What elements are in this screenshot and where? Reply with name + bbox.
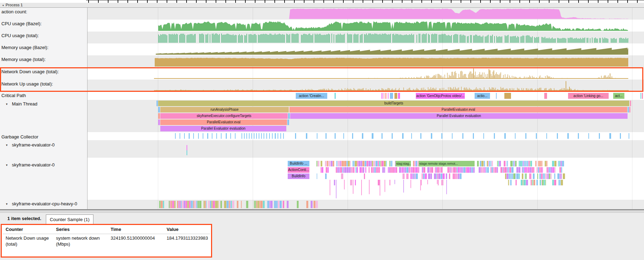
cpu-heavy-expander-icon[interactable]: ▾: [6, 201, 8, 207]
flame-slice[interactable]: [629, 107, 630, 112]
critical-path-slice[interactable]: [385, 93, 386, 99]
critical-path-slice[interactable]: [504, 93, 511, 99]
track-label-mem-bazel: Memory usage (Bazel):: [1, 45, 48, 50]
flame-slice[interactable]: ParallelEvaluator.eval: [160, 119, 287, 125]
flame-slice[interactable]: runAnalysisPhase: [160, 107, 289, 112]
flame-slice[interactable]: [156, 101, 158, 106]
flame-slice[interactable]: skyframeExecutor.configureTargets: [160, 113, 288, 119]
flame-slice[interactable]: [158, 107, 160, 112]
flame-slice[interactable]: Parallel Evaluator evaluation: [290, 113, 628, 119]
counter-table-highlight-box: [1, 224, 212, 258]
flame-slice[interactable]: ParallelEvaluator.eval: [289, 107, 627, 112]
track-label-column: action count: CPU usage (Bazel): CPU usa…: [0, 8, 88, 209]
track-label-skyframe-evaluator-1[interactable]: skyframe-evaluator-0: [12, 142, 55, 148]
skyframe-slice[interactable]: BuildInfo ...: [288, 161, 309, 166]
trace-viewer-window: ▾Process 1 action 'Creatin...action 'Gen…: [0, 0, 644, 260]
skyframe-merged-slices[interactable]: stag:stag...: [396, 161, 411, 166]
critical-path-slice[interactable]: action 'Linking go...: [568, 93, 609, 99]
critical-path-slice[interactable]: [544, 93, 547, 99]
critical-path-slice[interactable]: [496, 93, 497, 99]
main-thread-expander-icon[interactable]: ▾: [6, 101, 8, 107]
tab-counter-sample[interactable]: Counter Sample (1): [46, 214, 93, 225]
critical-path-slice[interactable]: [394, 93, 397, 99]
critical-path-slice[interactable]: actio...: [475, 93, 490, 99]
skyframe2-expander-icon[interactable]: ▾: [6, 162, 8, 168]
critical-path-slice[interactable]: act...: [613, 93, 624, 99]
critical-path-slice[interactable]: [640, 93, 641, 99]
critical-path-slice[interactable]: [382, 93, 383, 99]
selection-status: 1 item selected.: [7, 213, 41, 225]
flame-slice[interactable]: [628, 107, 629, 112]
track-label-main-thread[interactable]: Main Thread: [12, 101, 37, 107]
critical-path-slice[interactable]: [335, 93, 336, 99]
skyframe1-expander-icon[interactable]: ▾: [6, 142, 8, 148]
flame-slice[interactable]: Parallel Evaluator evaluation: [160, 126, 286, 131]
critical-path-slice[interactable]: [642, 93, 643, 99]
critical-path-slice[interactable]: action 'GenObjcProtos video/...: [416, 93, 465, 99]
flame-slice[interactable]: buildTargets: [158, 101, 629, 106]
critical-path-slice[interactable]: [398, 93, 400, 99]
skyframe-merged-slices[interactable]: stage remote stage.remot...: [419, 161, 475, 166]
flame-slice[interactable]: [630, 101, 631, 106]
skyframe-slice[interactable]: BuildInfo: [288, 173, 309, 179]
flame-slice[interactable]: [158, 113, 160, 119]
track-label-skyframe-evaluator-2[interactable]: skyframe-evaluator-0: [12, 162, 55, 168]
critical-path-slice[interactable]: action 'Creatin...: [296, 93, 327, 99]
track-label-mem-total: Memory usage (total):: [1, 57, 46, 62]
critical-path-slice[interactable]: [384, 93, 384, 99]
track-label-action-count: action count:: [1, 9, 27, 15]
track-label-gc: Garbage Collector: [1, 134, 38, 140]
trace-slices-layer: action 'Creatin...action 'GenObjcProtos …: [0, 0, 644, 209]
flame-slice[interactable]: [158, 119, 160, 125]
critical-path-slice[interactable]: [388, 93, 388, 99]
panel-splitter[interactable]: [0, 209, 644, 213]
critical-path-slice[interactable]: [390, 93, 393, 99]
skyframe-slice[interactable]: ActionConti...: [288, 167, 309, 173]
track-label-cpu-total: CPU usage (total):: [1, 33, 39, 39]
track-label-critical-path: Critical Path: [1, 93, 26, 98]
flame-slice[interactable]: [288, 113, 290, 119]
track-label-cpu-heavy[interactable]: skyframe-evaluator-cpu-heavy-0: [12, 201, 77, 207]
flame-slice[interactable]: [287, 119, 289, 125]
track-label-cpu-bazel: CPU usage (Bazel):: [1, 21, 42, 27]
network-tracks-highlight-box: [0, 67, 643, 92]
